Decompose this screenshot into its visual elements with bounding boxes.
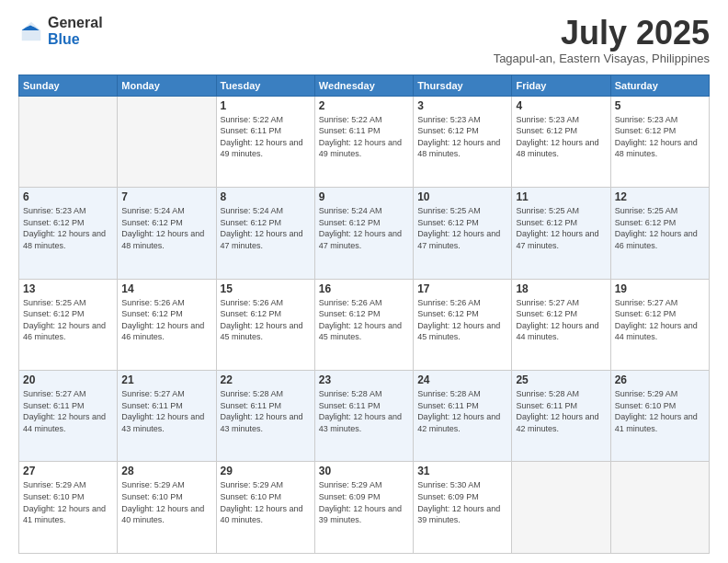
- day-info: Sunrise: 5:22 AMSunset: 6:11 PMDaylight:…: [221, 114, 311, 160]
- header: General Blue July 2025 Tagapul-an, Easte…: [18, 15, 710, 65]
- calendar-cell-4-5: [512, 462, 610, 554]
- day-info: Sunrise: 5:29 AMSunset: 6:10 PMDaylight:…: [615, 388, 705, 434]
- calendar-cell-4-0: 27Sunrise: 5:29 AMSunset: 6:10 PMDayligh…: [19, 462, 118, 554]
- day-info: Sunrise: 5:25 AMSunset: 6:12 PMDaylight:…: [516, 205, 606, 251]
- day-info: Sunrise: 5:29 AMSunset: 6:10 PMDaylight:…: [23, 479, 113, 525]
- week-row-4: 20Sunrise: 5:27 AMSunset: 6:11 PMDayligh…: [19, 371, 710, 462]
- day-number: 28: [121, 465, 211, 477]
- day-info: Sunrise: 5:24 AMSunset: 6:12 PMDaylight:…: [121, 205, 211, 251]
- day-number: 1: [221, 99, 311, 112]
- day-info: Sunrise: 5:27 AMSunset: 6:12 PMDaylight:…: [516, 297, 606, 343]
- calendar-cell-4-1: 28Sunrise: 5:29 AMSunset: 6:10 PMDayligh…: [118, 462, 216, 554]
- calendar-cell-2-1: 14Sunrise: 5:26 AMSunset: 6:12 PMDayligh…: [118, 279, 216, 370]
- logo-icon: [18, 18, 44, 44]
- calendar-cell-0-5: 4Sunrise: 5:23 AMSunset: 6:12 PMDaylight…: [512, 96, 610, 187]
- calendar-cell-1-6: 12Sunrise: 5:25 AMSunset: 6:12 PMDayligh…: [610, 188, 709, 279]
- day-number: 20: [23, 373, 113, 386]
- header-thursday: Thursday: [414, 75, 512, 96]
- calendar-cell-0-0: [19, 96, 118, 187]
- calendar-cell-3-5: 25Sunrise: 5:28 AMSunset: 6:11 PMDayligh…: [512, 371, 610, 462]
- day-number: 7: [121, 190, 211, 203]
- calendar-cell-3-2: 22Sunrise: 5:28 AMSunset: 6:11 PMDayligh…: [216, 371, 314, 462]
- calendar-cell-3-0: 20Sunrise: 5:27 AMSunset: 6:11 PMDayligh…: [19, 371, 118, 462]
- header-friday: Friday: [512, 75, 610, 96]
- calendar-cell-3-4: 24Sunrise: 5:28 AMSunset: 6:11 PMDayligh…: [414, 371, 512, 462]
- day-info: Sunrise: 5:29 AMSunset: 6:09 PMDaylight:…: [319, 479, 409, 525]
- day-number: 3: [417, 99, 507, 112]
- page: General Blue July 2025 Tagapul-an, Easte…: [0, 0, 728, 563]
- header-sunday: Sunday: [19, 75, 118, 96]
- day-number: 23: [319, 373, 409, 386]
- day-info: Sunrise: 5:28 AMSunset: 6:11 PMDaylight:…: [417, 388, 507, 434]
- day-number: 17: [417, 282, 507, 295]
- day-number: 11: [516, 190, 606, 203]
- day-number: 5: [615, 99, 705, 112]
- logo-general-text: General: [48, 15, 103, 31]
- day-info: Sunrise: 5:26 AMSunset: 6:12 PMDaylight:…: [121, 297, 211, 343]
- calendar-cell-0-2: 1Sunrise: 5:22 AMSunset: 6:11 PMDaylight…: [216, 96, 314, 187]
- logo-text: General Blue: [48, 15, 103, 47]
- day-number: 12: [615, 190, 705, 203]
- day-info: Sunrise: 5:25 AMSunset: 6:12 PMDaylight:…: [23, 297, 113, 343]
- day-info: Sunrise: 5:28 AMSunset: 6:11 PMDaylight:…: [516, 388, 606, 434]
- day-number: 19: [615, 282, 705, 295]
- day-info: Sunrise: 5:23 AMSunset: 6:12 PMDaylight:…: [417, 114, 507, 160]
- calendar-cell-3-3: 23Sunrise: 5:28 AMSunset: 6:11 PMDayligh…: [314, 371, 413, 462]
- day-info: Sunrise: 5:30 AMSunset: 6:09 PMDaylight:…: [417, 479, 507, 525]
- calendar-cell-1-2: 8Sunrise: 5:24 AMSunset: 6:12 PMDaylight…: [216, 188, 314, 279]
- header-wednesday: Wednesday: [314, 75, 413, 96]
- calendar-table: Sunday Monday Tuesday Wednesday Thursday…: [18, 75, 710, 554]
- day-number: 21: [121, 373, 211, 386]
- location-subtitle: Tagapul-an, Eastern Visayas, Philippines: [494, 52, 710, 65]
- day-number: 14: [121, 282, 211, 295]
- calendar-cell-2-6: 19Sunrise: 5:27 AMSunset: 6:12 PMDayligh…: [610, 279, 709, 370]
- calendar-cell-4-4: 31Sunrise: 5:30 AMSunset: 6:09 PMDayligh…: [414, 462, 512, 554]
- day-info: Sunrise: 5:29 AMSunset: 6:10 PMDaylight:…: [121, 479, 211, 525]
- day-number: 13: [23, 282, 113, 295]
- calendar-cell-1-4: 10Sunrise: 5:25 AMSunset: 6:12 PMDayligh…: [414, 188, 512, 279]
- day-info: Sunrise: 5:28 AMSunset: 6:11 PMDaylight:…: [221, 388, 311, 434]
- day-number: 9: [319, 190, 409, 203]
- logo: General Blue: [18, 15, 103, 47]
- calendar-cell-3-6: 26Sunrise: 5:29 AMSunset: 6:10 PMDayligh…: [610, 371, 709, 462]
- day-number: 22: [221, 373, 311, 386]
- day-info: Sunrise: 5:25 AMSunset: 6:12 PMDaylight:…: [615, 205, 705, 251]
- calendar-cell-1-1: 7Sunrise: 5:24 AMSunset: 6:12 PMDaylight…: [118, 188, 216, 279]
- day-info: Sunrise: 5:26 AMSunset: 6:12 PMDaylight:…: [319, 297, 409, 343]
- day-info: Sunrise: 5:22 AMSunset: 6:11 PMDaylight:…: [319, 114, 409, 160]
- day-info: Sunrise: 5:23 AMSunset: 6:12 PMDaylight:…: [615, 114, 705, 160]
- day-info: Sunrise: 5:23 AMSunset: 6:12 PMDaylight:…: [516, 114, 606, 160]
- day-number: 18: [516, 282, 606, 295]
- calendar-cell-1-0: 6Sunrise: 5:23 AMSunset: 6:12 PMDaylight…: [19, 188, 118, 279]
- weekday-header-row: Sunday Monday Tuesday Wednesday Thursday…: [19, 75, 710, 96]
- svg-marker-0: [22, 21, 41, 40]
- week-row-2: 6Sunrise: 5:23 AMSunset: 6:12 PMDaylight…: [19, 188, 710, 279]
- day-info: Sunrise: 5:26 AMSunset: 6:12 PMDaylight:…: [417, 297, 507, 343]
- calendar-cell-4-2: 29Sunrise: 5:29 AMSunset: 6:10 PMDayligh…: [216, 462, 314, 554]
- calendar-cell-2-0: 13Sunrise: 5:25 AMSunset: 6:12 PMDayligh…: [19, 279, 118, 370]
- week-row-3: 13Sunrise: 5:25 AMSunset: 6:12 PMDayligh…: [19, 279, 710, 370]
- day-info: Sunrise: 5:25 AMSunset: 6:12 PMDaylight:…: [417, 205, 507, 251]
- day-number: 10: [417, 190, 507, 203]
- header-saturday: Saturday: [610, 75, 709, 96]
- calendar-cell-4-6: [610, 462, 709, 554]
- calendar-cell-1-3: 9Sunrise: 5:24 AMSunset: 6:12 PMDaylight…: [314, 188, 413, 279]
- day-info: Sunrise: 5:24 AMSunset: 6:12 PMDaylight:…: [319, 205, 409, 251]
- calendar-cell-4-3: 30Sunrise: 5:29 AMSunset: 6:09 PMDayligh…: [314, 462, 413, 554]
- day-number: 2: [319, 99, 409, 112]
- day-number: 16: [319, 282, 409, 295]
- day-number: 6: [23, 190, 113, 203]
- day-info: Sunrise: 5:24 AMSunset: 6:12 PMDaylight:…: [221, 205, 311, 251]
- day-number: 29: [221, 465, 311, 477]
- day-number: 31: [417, 465, 507, 477]
- week-row-5: 27Sunrise: 5:29 AMSunset: 6:10 PMDayligh…: [19, 462, 710, 554]
- day-number: 4: [516, 99, 606, 112]
- calendar-cell-3-1: 21Sunrise: 5:27 AMSunset: 6:11 PMDayligh…: [118, 371, 216, 462]
- calendar-cell-2-4: 17Sunrise: 5:26 AMSunset: 6:12 PMDayligh…: [414, 279, 512, 370]
- week-row-1: 1Sunrise: 5:22 AMSunset: 6:11 PMDaylight…: [19, 96, 710, 187]
- day-info: Sunrise: 5:27 AMSunset: 6:11 PMDaylight:…: [23, 388, 113, 434]
- day-info: Sunrise: 5:28 AMSunset: 6:11 PMDaylight:…: [319, 388, 409, 434]
- day-number: 25: [516, 373, 606, 386]
- calendar-cell-0-6: 5Sunrise: 5:23 AMSunset: 6:12 PMDaylight…: [610, 96, 709, 187]
- calendar-cell-1-5: 11Sunrise: 5:25 AMSunset: 6:12 PMDayligh…: [512, 188, 610, 279]
